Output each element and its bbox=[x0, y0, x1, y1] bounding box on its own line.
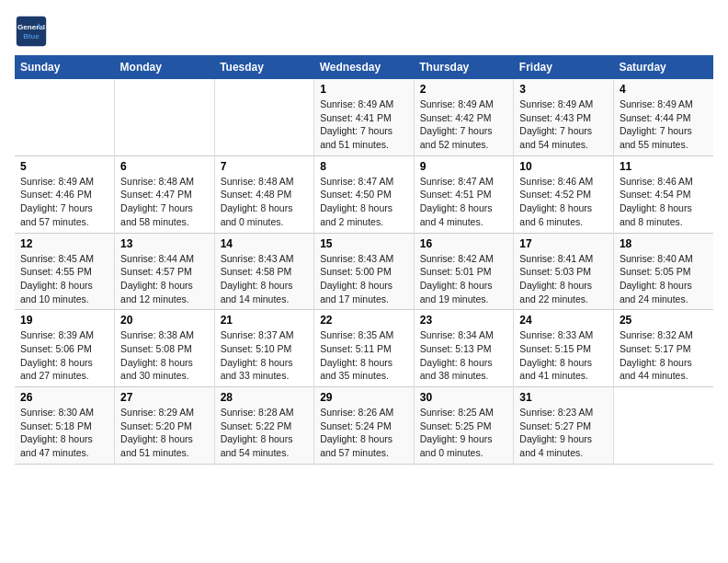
day-content: Sunrise: 8:28 AM Sunset: 5:22 PM Dayligh… bbox=[221, 406, 309, 460]
day-number: 9 bbox=[420, 160, 508, 173]
day-content: Sunrise: 8:47 AM Sunset: 4:51 PM Dayligh… bbox=[420, 175, 508, 229]
day-content: Sunrise: 8:46 AM Sunset: 4:52 PM Dayligh… bbox=[519, 175, 608, 229]
calendar-cell: 12Sunrise: 8:45 AM Sunset: 4:55 PM Dayli… bbox=[15, 233, 115, 310]
day-number: 26 bbox=[20, 391, 108, 404]
day-number: 17 bbox=[519, 237, 608, 250]
logo: General Blue bbox=[15, 15, 51, 48]
calendar-cell bbox=[214, 79, 314, 155]
day-content: Sunrise: 8:40 AM Sunset: 5:05 PM Dayligh… bbox=[620, 252, 708, 306]
day-number: 27 bbox=[120, 391, 209, 404]
day-content: Sunrise: 8:39 AM Sunset: 5:06 PM Dayligh… bbox=[20, 328, 108, 383]
calendar-cell: 15Sunrise: 8:43 AM Sunset: 5:00 PM Dayli… bbox=[314, 233, 415, 310]
calendar-table: SundayMondayTuesdayWednesdayThursdayFrid… bbox=[15, 55, 713, 465]
day-content: Sunrise: 8:46 AM Sunset: 4:54 PM Dayligh… bbox=[620, 175, 708, 229]
calendar-cell bbox=[115, 79, 215, 155]
day-content: Sunrise: 8:44 AM Sunset: 4:57 PM Dayligh… bbox=[120, 252, 209, 306]
calendar-cell: 24Sunrise: 8:33 AM Sunset: 5:15 PM Dayli… bbox=[514, 310, 614, 387]
day-content: Sunrise: 8:49 AM Sunset: 4:41 PM Dayligh… bbox=[320, 98, 408, 152]
calendar-cell: 7Sunrise: 8:48 AM Sunset: 4:48 PM Daylig… bbox=[214, 155, 314, 233]
calendar-week-row: 1Sunrise: 8:49 AM Sunset: 4:41 PM Daylig… bbox=[15, 79, 713, 155]
calendar-cell: 22Sunrise: 8:35 AM Sunset: 5:11 PM Dayli… bbox=[314, 310, 415, 387]
svg-text:Blue: Blue bbox=[23, 32, 40, 40]
calendar-cell: 19Sunrise: 8:39 AM Sunset: 5:06 PM Dayli… bbox=[15, 310, 115, 387]
calendar-week-row: 12Sunrise: 8:45 AM Sunset: 4:55 PM Dayli… bbox=[15, 233, 713, 310]
day-number: 28 bbox=[221, 391, 309, 404]
calendar-cell: 16Sunrise: 8:42 AM Sunset: 5:01 PM Dayli… bbox=[414, 233, 514, 310]
day-header-thursday: Thursday bbox=[414, 55, 514, 79]
calendar-cell: 21Sunrise: 8:37 AM Sunset: 5:10 PM Dayli… bbox=[214, 310, 314, 387]
day-content: Sunrise: 8:43 AM Sunset: 5:00 PM Dayligh… bbox=[320, 252, 408, 306]
day-content: Sunrise: 8:43 AM Sunset: 4:58 PM Dayligh… bbox=[221, 252, 309, 306]
page-header: General Blue bbox=[15, 15, 713, 48]
day-content: Sunrise: 8:33 AM Sunset: 5:15 PM Dayligh… bbox=[519, 328, 608, 383]
day-number: 19 bbox=[20, 314, 108, 327]
calendar-cell: 9Sunrise: 8:47 AM Sunset: 4:51 PM Daylig… bbox=[414, 155, 514, 233]
day-number: 30 bbox=[420, 391, 508, 404]
day-number: 1 bbox=[320, 83, 408, 96]
calendar-cell: 26Sunrise: 8:30 AM Sunset: 5:18 PM Dayli… bbox=[15, 387, 115, 465]
calendar-cell: 28Sunrise: 8:28 AM Sunset: 5:22 PM Dayli… bbox=[214, 387, 314, 465]
day-number: 16 bbox=[420, 237, 508, 250]
day-content: Sunrise: 8:48 AM Sunset: 4:47 PM Dayligh… bbox=[120, 175, 209, 229]
day-number: 18 bbox=[620, 237, 708, 250]
calendar-cell: 1Sunrise: 8:49 AM Sunset: 4:41 PM Daylig… bbox=[314, 79, 415, 155]
day-number: 6 bbox=[120, 160, 209, 173]
day-number: 20 bbox=[120, 314, 209, 327]
day-content: Sunrise: 8:23 AM Sunset: 5:27 PM Dayligh… bbox=[519, 406, 608, 460]
day-content: Sunrise: 8:35 AM Sunset: 5:11 PM Dayligh… bbox=[320, 328, 408, 383]
day-header-friday: Friday bbox=[514, 55, 614, 79]
day-header-monday: Monday bbox=[115, 55, 215, 79]
day-content: Sunrise: 8:49 AM Sunset: 4:44 PM Dayligh… bbox=[620, 98, 708, 152]
day-number: 10 bbox=[519, 160, 608, 173]
day-content: Sunrise: 8:30 AM Sunset: 5:18 PM Dayligh… bbox=[20, 406, 108, 460]
day-header-wednesday: Wednesday bbox=[314, 55, 415, 79]
day-content: Sunrise: 8:34 AM Sunset: 5:13 PM Dayligh… bbox=[420, 328, 508, 383]
day-content: Sunrise: 8:42 AM Sunset: 5:01 PM Dayligh… bbox=[420, 252, 508, 306]
calendar-cell: 27Sunrise: 8:29 AM Sunset: 5:20 PM Dayli… bbox=[115, 387, 215, 465]
day-content: Sunrise: 8:49 AM Sunset: 4:43 PM Dayligh… bbox=[519, 98, 608, 152]
day-number: 24 bbox=[519, 314, 608, 327]
logo-icon: General Blue bbox=[15, 15, 48, 48]
day-number: 12 bbox=[20, 237, 108, 250]
day-number: 8 bbox=[320, 160, 408, 173]
day-number: 22 bbox=[320, 314, 408, 327]
day-content: Sunrise: 8:37 AM Sunset: 5:10 PM Dayligh… bbox=[221, 328, 309, 383]
day-number: 31 bbox=[519, 391, 608, 404]
calendar-cell: 3Sunrise: 8:49 AM Sunset: 4:43 PM Daylig… bbox=[514, 79, 614, 155]
day-number: 5 bbox=[20, 160, 108, 173]
calendar-week-row: 19Sunrise: 8:39 AM Sunset: 5:06 PM Dayli… bbox=[15, 310, 713, 387]
day-content: Sunrise: 8:26 AM Sunset: 5:24 PM Dayligh… bbox=[320, 406, 408, 460]
day-number: 7 bbox=[221, 160, 309, 173]
calendar-cell: 23Sunrise: 8:34 AM Sunset: 5:13 PM Dayli… bbox=[414, 310, 514, 387]
day-content: Sunrise: 8:38 AM Sunset: 5:08 PM Dayligh… bbox=[120, 328, 209, 383]
calendar-cell: 14Sunrise: 8:43 AM Sunset: 4:58 PM Dayli… bbox=[214, 233, 314, 310]
day-number: 3 bbox=[519, 83, 608, 96]
day-header-sunday: Sunday bbox=[15, 55, 115, 79]
day-number: 4 bbox=[620, 83, 708, 96]
calendar-cell: 17Sunrise: 8:41 AM Sunset: 5:03 PM Dayli… bbox=[514, 233, 614, 310]
day-number: 29 bbox=[320, 391, 408, 404]
day-content: Sunrise: 8:47 AM Sunset: 4:50 PM Dayligh… bbox=[320, 175, 408, 229]
calendar-cell: 4Sunrise: 8:49 AM Sunset: 4:44 PM Daylig… bbox=[613, 79, 713, 155]
calendar-cell bbox=[15, 79, 115, 155]
calendar-cell: 31Sunrise: 8:23 AM Sunset: 5:27 PM Dayli… bbox=[514, 387, 614, 465]
day-number: 2 bbox=[420, 83, 508, 96]
calendar-week-row: 26Sunrise: 8:30 AM Sunset: 5:18 PM Dayli… bbox=[15, 387, 713, 465]
calendar-cell: 20Sunrise: 8:38 AM Sunset: 5:08 PM Dayli… bbox=[115, 310, 215, 387]
day-number: 25 bbox=[620, 314, 708, 327]
day-number: 21 bbox=[221, 314, 309, 327]
calendar-cell: 11Sunrise: 8:46 AM Sunset: 4:54 PM Dayli… bbox=[613, 155, 713, 233]
day-content: Sunrise: 8:29 AM Sunset: 5:20 PM Dayligh… bbox=[120, 406, 209, 460]
calendar-cell: 29Sunrise: 8:26 AM Sunset: 5:24 PM Dayli… bbox=[314, 387, 415, 465]
day-number: 13 bbox=[120, 237, 209, 250]
calendar-cell: 6Sunrise: 8:48 AM Sunset: 4:47 PM Daylig… bbox=[115, 155, 215, 233]
calendar-cell: 10Sunrise: 8:46 AM Sunset: 4:52 PM Dayli… bbox=[514, 155, 614, 233]
day-header-tuesday: Tuesday bbox=[214, 55, 314, 79]
day-content: Sunrise: 8:49 AM Sunset: 4:42 PM Dayligh… bbox=[420, 98, 508, 152]
day-content: Sunrise: 8:32 AM Sunset: 5:17 PM Dayligh… bbox=[620, 328, 708, 383]
day-content: Sunrise: 8:49 AM Sunset: 4:46 PM Dayligh… bbox=[20, 175, 108, 229]
day-content: Sunrise: 8:45 AM Sunset: 4:55 PM Dayligh… bbox=[20, 252, 108, 306]
calendar-cell: 5Sunrise: 8:49 AM Sunset: 4:46 PM Daylig… bbox=[15, 155, 115, 233]
calendar-week-row: 5Sunrise: 8:49 AM Sunset: 4:46 PM Daylig… bbox=[15, 155, 713, 233]
calendar-cell: 2Sunrise: 8:49 AM Sunset: 4:42 PM Daylig… bbox=[414, 79, 514, 155]
